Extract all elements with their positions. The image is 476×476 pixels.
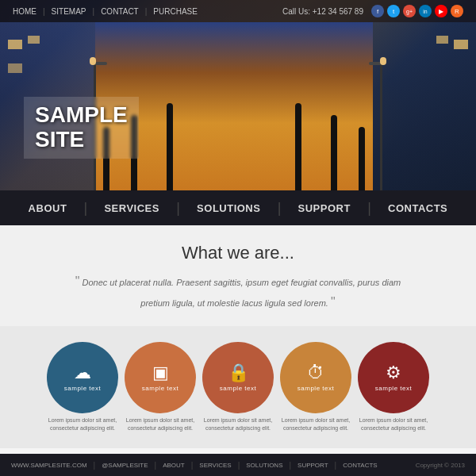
main-nav-items: ABOUT | SERVICES | SOLUTIONS | SUPPORT |…: [0, 200, 476, 217]
nav-sep4: |: [367, 200, 371, 217]
open-quote: ": [75, 274, 80, 288]
main-navigation: ABOUT | SERVICES | SOLUTIONS | SUPPORT |…: [0, 190, 476, 225]
circle-item-2: ▣ sample text Lorem ipsum dolor sit amet…: [125, 342, 196, 432]
main-content: What we are... " Donec ut placerat nulla…: [0, 225, 476, 454]
footer-website: WWW.SAMPLESITE.COM: [11, 462, 87, 469]
youtube-icon[interactable]: ▶: [435, 5, 447, 17]
mainnav-solutions[interactable]: SOLUTIONS: [189, 202, 268, 214]
nav-purchase[interactable]: PURCHASE: [153, 7, 198, 16]
circle-3[interactable]: 🔒 sample text: [202, 342, 274, 413]
footer-link-solutions[interactable]: SOLUTIONS: [246, 462, 282, 469]
sep2: |: [93, 7, 95, 16]
footer-link-services[interactable]: SERVICES: [199, 462, 231, 469]
top-navigation: HOME | SITEMAP | CONTACT | PURCHASE Call…: [0, 0, 476, 22]
rss-icon[interactable]: R: [451, 5, 463, 17]
sep1: |: [43, 7, 45, 16]
what-we-are-quote: " Donec ut placerat nulla. Praesent sagi…: [63, 271, 413, 312]
twitter-icon[interactable]: t: [387, 5, 400, 17]
lock-icon: 🔒: [228, 364, 249, 382]
footer: WWW.SAMPLESITE.COM | @SAMPLESITE | ABOUT…: [0, 454, 476, 476]
circle-item-4: ⏱ sample text Lorem ipsum dolor sit amet…: [280, 342, 351, 432]
cloud-icon: ☁: [74, 364, 91, 382]
circle-2-text: Lorem ipsum dolor sit amet, consectetur …: [125, 416, 196, 432]
sep3: |: [145, 7, 148, 16]
footer-sep1: |: [155, 461, 157, 470]
mainnav-support[interactable]: SUPPORT: [290, 202, 359, 214]
nav-contact[interactable]: CONTACT: [101, 7, 139, 16]
what-we-are-title: What we are...: [32, 243, 444, 263]
hero-background: [0, 0, 476, 190]
mainnav-services[interactable]: SERVICES: [96, 202, 167, 214]
footer-left: WWW.SAMPLESITE.COM | @SAMPLESITE | ABOUT…: [11, 461, 378, 470]
nav-sep2: |: [176, 200, 180, 217]
circle-2-label: sample text: [142, 385, 178, 392]
hero-title-line1: SAMPLE: [35, 103, 128, 128]
linkedin-icon[interactable]: in: [419, 5, 432, 17]
social-icons: f t g+ in ▶ R: [371, 5, 463, 17]
facebook-icon[interactable]: f: [371, 5, 384, 17]
circle-1-label: sample text: [64, 385, 101, 392]
circle-2[interactable]: ▣ sample text: [125, 342, 196, 413]
circle-4-text: Lorem ipsum dolor sit amet, consectetur …: [280, 416, 351, 432]
hero-title: SAMPLE SITE: [24, 97, 139, 159]
nav-sep1: |: [84, 200, 88, 217]
circle-item-3: 🔒 sample text Lorem ipsum dolor sit amet…: [202, 342, 274, 432]
top-nav-right: Call Us: +12 34 567 89 f t g+ in ▶ R: [282, 5, 463, 17]
nav-sitemap[interactable]: SITEMAP: [52, 7, 86, 16]
footer-copyright: Copyright © 2013: [416, 462, 465, 469]
circle-3-text: Lorem ipsum dolor sit amet, consectetur …: [202, 416, 274, 432]
clock-icon: ⏱: [307, 364, 324, 382]
hero-section: SAMPLE SITE: [0, 0, 476, 190]
circle-4-label: sample text: [298, 385, 334, 392]
phone-number: Call Us: +12 34 567 89: [282, 7, 363, 16]
circle-4[interactable]: ⏱ sample text: [280, 342, 351, 413]
footer-link-support[interactable]: SUPPORT: [298, 462, 328, 469]
mainnav-contacts[interactable]: CONTACTS: [380, 202, 455, 214]
circles-section: ☁ sample text Lorem ipsum dolor sit amet…: [0, 326, 476, 448]
hero-title-box: SAMPLE SITE: [24, 97, 139, 159]
footer-link-about[interactable]: ABOUT: [163, 462, 185, 469]
footer-link-contacts[interactable]: CONTACTS: [343, 462, 377, 469]
circle-5[interactable]: ⚙ sample text: [358, 342, 429, 413]
footer-sep5: |: [335, 461, 337, 470]
circle-1-text: Lorem ipsum dolor sit amet, consectetur …: [47, 416, 118, 432]
circle-5-label: sample text: [375, 385, 412, 392]
circle-3-label: sample text: [220, 385, 256, 392]
book-icon: ▣: [152, 364, 169, 382]
footer-sep0: |: [94, 461, 96, 470]
quote-text: Donec ut placerat nulla. Praesent sagitt…: [83, 278, 401, 308]
top-nav-links: HOME | SITEMAP | CONTACT | PURCHASE: [13, 7, 198, 16]
circle-5-text: Lorem ipsum dolor sit amet, consectetur …: [358, 416, 429, 432]
gear-icon: ⚙: [386, 364, 401, 382]
circle-item-5: ⚙ sample text Lorem ipsum dolor sit amet…: [358, 342, 429, 432]
footer-social-handle: @SAMPLESITE: [102, 462, 148, 469]
mainnav-about[interactable]: ABOUT: [21, 202, 75, 214]
footer-sep4: |: [289, 461, 291, 470]
circle-1[interactable]: ☁ sample text: [47, 342, 118, 413]
circle-item-1: ☁ sample text Lorem ipsum dolor sit amet…: [47, 342, 118, 432]
google-plus-icon[interactable]: g+: [403, 5, 416, 17]
what-we-are-section: What we are... " Donec ut placerat nulla…: [0, 225, 476, 326]
close-quote: ": [331, 295, 336, 309]
footer-sep2: |: [191, 461, 194, 470]
nav-home[interactable]: HOME: [13, 7, 36, 16]
hero-title-line2: SITE: [35, 128, 128, 152]
nav-sep3: |: [278, 200, 282, 217]
footer-sep3: |: [238, 461, 240, 470]
